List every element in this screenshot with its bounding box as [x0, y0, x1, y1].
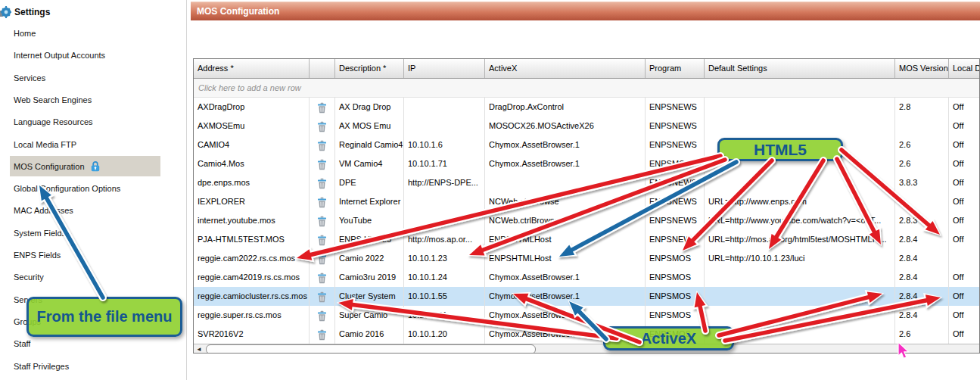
cell-mos-version[interactable] [895, 192, 949, 211]
cell-activex[interactable]: Chymox.AssetBrowser.1 [485, 268, 646, 287]
trash-icon[interactable] [310, 249, 335, 268]
table-row[interactable]: internet.youtube.mosYouTubeNCWeb.ctrlBro… [194, 211, 980, 230]
cell-local[interactable]: Off [949, 306, 980, 325]
cell-program[interactable]: ENPSNEWS [646, 211, 705, 230]
sidebar-item-web-search-engines[interactable]: Web Search Engines [0, 90, 187, 110]
cell-address[interactable]: internet.youtube.mos [194, 211, 310, 230]
cell-activex[interactable]: NCWeb.ctrlBrowse [485, 211, 646, 230]
cell-mos-version[interactable]: 2.8.3 [895, 211, 949, 230]
cell-mos-version[interactable]: 2.8.4 [895, 306, 949, 325]
sidebar-item-internet-output-accounts[interactable]: Internet Output Accounts [0, 45, 187, 65]
horizontal-scrollbar[interactable]: ◄ [194, 344, 980, 354]
cell-program[interactable]: ENPSMOS [646, 154, 705, 173]
cell-description[interactable]: DPE [335, 173, 404, 192]
sidebar-item-security[interactable]: Security [0, 267, 187, 287]
trash-icon[interactable] [310, 117, 335, 135]
cell-default-settings[interactable] [705, 117, 895, 135]
column-header-program[interactable]: Program [646, 59, 705, 78]
cell-default-settings[interactable]: URL=http://www.enps.com [705, 192, 895, 211]
cell-default-settings[interactable]: URL=http://10.10.1.23/luci [705, 249, 895, 268]
table-row[interactable]: reggie.cam2022.rs.cs.mosCamio 202210.10.… [194, 249, 980, 268]
cell-address[interactable]: PJA-HTML5TEST.MOS [194, 230, 310, 249]
cell-local[interactable]: Off [949, 211, 980, 230]
cell-program[interactable]: ENPSMOS [646, 306, 705, 325]
cell-description[interactable]: Super Camio [335, 306, 404, 325]
table-row[interactable]: dpe.enps.mosDPEhttp://ENPS-DPE...ENPSNEW… [194, 173, 980, 192]
cell-description[interactable]: AX Drag Drop [335, 98, 404, 117]
column-header-address-[interactable]: Address * [194, 59, 310, 78]
cell-activex[interactable]: MOSOCX26.MOSActiveX26 [485, 117, 646, 135]
cell-address[interactable]: AXDragDrop [194, 98, 310, 117]
cell-address[interactable]: reggie.cam2022.rs.cs.mos [194, 249, 310, 268]
sidebar-item-language-resources[interactable]: Language Resources [0, 112, 187, 132]
cell-activex[interactable]: Chymox.AssetBrowser.1 [485, 287, 646, 306]
add-new-row[interactable]: Click here to add a new row [194, 79, 980, 98]
table-row[interactable]: AXMOSEmuAX MOS EmuMOSOCX26.MOSActiveX26E… [194, 117, 980, 135]
trash-icon[interactable] [310, 306, 335, 325]
cell-activex[interactable]: Chymox.AssetBrowser.1 [485, 306, 646, 325]
cell-program[interactable]: ENPSNEWS [646, 135, 705, 154]
cell-local[interactable]: Off [949, 287, 980, 306]
table-row[interactable]: SVR2016V2Camio 201610.10.1.20Chymox.Asse… [194, 325, 980, 344]
mos-configuration-table[interactable]: Address *Description *IPActiveXProgramDe… [193, 58, 980, 354]
cell-activex[interactable]: Chymox.AssetBrowser.1 [485, 154, 646, 173]
cell-mos-version[interactable]: 2.8.4 [895, 268, 949, 287]
cell-description[interactable]: VM Camio4 [335, 154, 404, 173]
cell-default-settings[interactable]: URL=http://www.youtube.com/watch?v=<ouT.… [705, 211, 895, 230]
table-row[interactable]: IEXPLORERInternet ExplorerNCWeb.ctrlBrow… [194, 192, 980, 211]
cell-program[interactable]: ENPSNEWS [646, 98, 705, 117]
cell-mos-version[interactable]: 2.8.4 [895, 230, 949, 249]
cell-mos-version[interactable]: 2.6 [895, 325, 949, 344]
column-header-delete[interactable] [310, 59, 335, 78]
cell-ip[interactable]: 10.10.1.55 [404, 287, 485, 306]
cell-local[interactable]: Off [949, 230, 980, 249]
cell-default-settings[interactable] [705, 173, 895, 192]
scrollbar-left-arrow-icon[interactable]: ◄ [194, 345, 204, 354]
cell-program[interactable]: ENPSNEWS [646, 117, 705, 135]
cell-address[interactable]: reggie.camiocluster.rs.cs.mos [194, 287, 310, 306]
cell-description[interactable]: Camio 2022 [335, 249, 404, 268]
sidebar-item-staff-privileges[interactable]: Staff Privileges [0, 357, 187, 376]
trash-icon[interactable] [310, 230, 335, 249]
cell-mos-version[interactable]: 2.8 [895, 98, 949, 117]
cell-description[interactable]: YouTube [335, 211, 404, 230]
sidebar-item-global-configuration-options[interactable]: Global Configuration Options [0, 179, 187, 198]
trash-icon[interactable] [310, 325, 335, 344]
trash-icon[interactable] [310, 154, 335, 173]
sidebar-item-staff[interactable]: Staff [0, 334, 187, 354]
cell-address[interactable]: AXMOSEmu [194, 117, 310, 135]
table-row[interactable]: Camio4.MosVM Camio410.10.1.71Chymox.Asse… [194, 154, 980, 173]
cell-address[interactable]: Camio4.Mos [194, 154, 310, 173]
cell-local[interactable] [949, 249, 980, 268]
scrollbar-thumb[interactable] [206, 344, 536, 354]
cell-default-settings[interactable]: URL=http://mos.ap.org/html5test/MOSHTMLP… [705, 230, 895, 249]
trash-icon[interactable] [310, 173, 335, 192]
cell-mos-version[interactable]: 2.8.4 [895, 249, 949, 268]
cell-ip[interactable]: 10.10.1.71 [404, 154, 485, 173]
cell-ip[interactable] [404, 192, 485, 211]
trash-icon[interactable] [310, 268, 335, 287]
cell-activex[interactable]: DragDrop.AxControl [485, 98, 646, 117]
cell-local[interactable]: Off [949, 98, 980, 117]
cell-mos-version[interactable]: 3.8.3 [895, 173, 949, 192]
sidebar-item-mos-configuration[interactable]: MOS Configuration [0, 157, 187, 176]
cell-local[interactable]: Off [949, 173, 980, 192]
cell-program[interactable]: ENPSNEWS [646, 230, 705, 249]
cell-description[interactable]: Camio 2016 [335, 325, 404, 344]
cell-description[interactable]: AX MOS Emu [335, 117, 404, 135]
cell-program[interactable]: ENPSMOS [646, 268, 705, 287]
table-row[interactable]: AXDragDropAX Drag DropDragDrop.AxControl… [194, 98, 980, 117]
cell-description[interactable]: Camio3ru 2019 [335, 268, 404, 287]
cell-activex[interactable]: ENPSHTMLHost [485, 249, 646, 268]
cell-default-settings[interactable] [705, 287, 895, 306]
cell-activex[interactable]: Chymox.AssetBrowser.1 [485, 135, 646, 154]
cell-address[interactable]: SVR2016V2 [194, 325, 310, 344]
cell-activex[interactable]: ENPSHTMLHost [485, 230, 646, 249]
cell-description[interactable]: Cluster System [335, 287, 404, 306]
column-header-local-dr[interactable]: Local Dr [949, 59, 980, 78]
sidebar-item-mac-addresses[interactable]: MAC Addresses [0, 201, 187, 220]
cell-mos-version[interactable] [895, 117, 949, 135]
column-header-activex[interactable]: ActiveX [485, 59, 646, 78]
cell-program[interactable]: ENPSNEWS [646, 173, 705, 192]
cell-activex[interactable]: NCWeb.ctrlBrowse [485, 192, 646, 211]
